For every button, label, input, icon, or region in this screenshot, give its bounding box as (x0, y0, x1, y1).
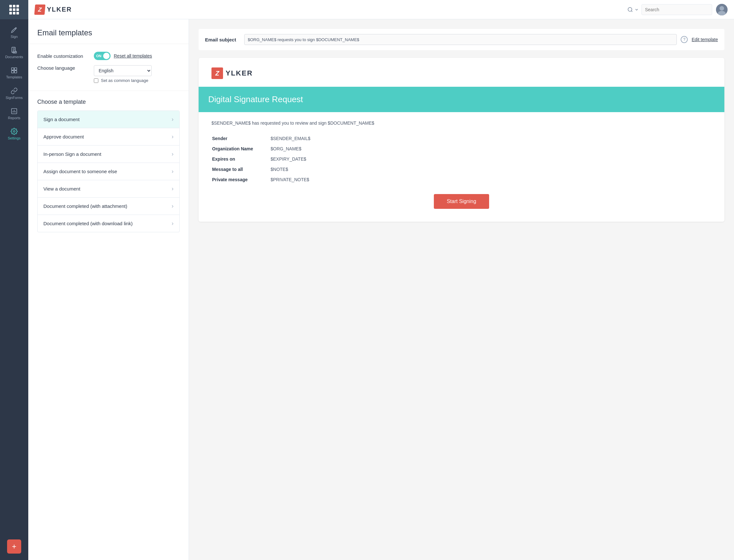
chevron-right-icon: › (172, 133, 174, 140)
sidebar-item-templates[interactable]: Templates (0, 62, 28, 83)
table-row: Private message $PRIVATE_NOTE$ (212, 175, 711, 184)
choose-template-title: Choose a template (37, 99, 180, 105)
customization-toggle[interactable]: ON (94, 52, 111, 60)
sidebar-item-reports[interactable]: Reports (0, 103, 28, 123)
logo-z-letter: Z (34, 4, 46, 15)
apps-grid-button[interactable] (0, 0, 28, 19)
language-options: English Spanish French German Set as com… (94, 65, 152, 83)
common-language-checkbox-label: Set as common language (94, 78, 152, 83)
template-item-approve-document[interactable]: Approve document › (38, 128, 179, 146)
toggle-state-label: ON (96, 54, 102, 58)
chevron-right-icon: › (172, 185, 174, 192)
template-item-assign-document[interactable]: Assign document to someone else › (38, 163, 179, 180)
enable-customization-label: Enable customization (37, 53, 89, 59)
sidebar-item-signforms[interactable]: SignForms (0, 83, 28, 103)
logo-text: YLKER (47, 6, 72, 13)
svg-rect-5 (12, 71, 14, 73)
field-label-message-to-all: Message to all (212, 164, 270, 174)
table-row: Message to all $NOTE$ (212, 164, 711, 174)
svg-rect-2 (13, 51, 16, 53)
svg-rect-3 (12, 68, 14, 70)
field-value-sender: $SENDER_EMAIL$ (271, 134, 711, 143)
field-value-message-to-all: $NOTE$ (271, 164, 711, 174)
field-label-private-message: Private message (212, 175, 270, 184)
fab-icon: + (12, 542, 16, 551)
field-value-org-name: $ORG_NAME$ (271, 144, 711, 154)
template-item-view-document[interactable]: View a document › (38, 180, 179, 198)
template-list: Sign a document › Approve document › In-… (37, 111, 180, 232)
template-item-completed-attachment[interactable]: Document completed (with attachment) › (38, 198, 179, 215)
enable-customization-row: Enable customization ON Reset all templa… (37, 52, 180, 60)
svg-point-9 (628, 7, 632, 11)
table-row: Organization Name $ORG_NAME$ (212, 144, 711, 154)
template-item-completed-download[interactable]: Document completed (with download link) … (38, 215, 179, 232)
sidebar-item-documents[interactable]: Documents (0, 42, 28, 62)
reports-icon (11, 108, 18, 115)
signforms-icon (11, 87, 18, 94)
settings-icon (11, 128, 18, 135)
svg-rect-6 (14, 71, 17, 73)
field-label-org-name: Organization Name (212, 144, 270, 154)
template-item-completed-attachment-label: Document completed (with attachment) (43, 203, 127, 209)
common-language-label-text: Set as common language (101, 78, 148, 83)
search-icon-area (627, 7, 639, 13)
field-label-expires-on: Expires on (212, 154, 270, 164)
fab-button[interactable]: + (7, 539, 21, 554)
template-item-approve-document-label: Approve document (43, 134, 84, 139)
email-preview: Z YLKER Digital Signature Request $SENDE… (199, 58, 724, 222)
documents-icon (11, 47, 18, 54)
logo: Z YLKER (35, 4, 72, 15)
email-subject-row: Email subject ? Edit template (199, 29, 724, 50)
sidebar-item-settings-label: Settings (8, 136, 21, 140)
sidebar-item-templates-label: Templates (6, 75, 22, 79)
template-item-completed-download-label: Document completed (with download link) (43, 221, 133, 226)
search-icon[interactable] (627, 7, 633, 13)
template-item-inperson-sign[interactable]: In-person Sign a document › (38, 146, 179, 163)
grid-icon (9, 5, 19, 14)
page-title: Email templates (28, 19, 189, 44)
left-panel: Email templates Enable customization ON … (28, 19, 189, 560)
language-select[interactable]: English Spanish French German (94, 65, 152, 76)
chevron-right-icon: › (172, 220, 174, 227)
template-item-assign-document-label: Assign document to someone else (43, 169, 117, 174)
preview-header: Digital Signature Request (199, 87, 724, 112)
sidebar-nav: Sign Documents Templates SignForms Repor… (0, 19, 28, 539)
chevron-down-icon[interactable] (634, 7, 639, 12)
reset-templates-button[interactable]: Reset all templates (114, 53, 152, 58)
choose-language-label: Choose language (37, 65, 89, 71)
field-value-expires-on: $EXPIRY_DATE$ (271, 154, 711, 164)
start-signing-button[interactable]: Start Signing (434, 194, 489, 209)
search-input[interactable] (641, 4, 712, 15)
sidebar-item-sign-label: Sign (11, 35, 18, 39)
chevron-right-icon: › (172, 151, 174, 157)
template-item-sign-document-label: Sign a document (43, 117, 80, 122)
toggle-knob (103, 53, 110, 59)
template-item-sign-document[interactable]: Sign a document › (38, 111, 179, 128)
content: Email templates Enable customization ON … (28, 19, 734, 560)
field-value-private-message: $PRIVATE_NOTE$ (271, 175, 711, 184)
sidebar-item-signforms-label: SignForms (5, 96, 22, 100)
svg-rect-1 (12, 47, 15, 53)
edit-template-button[interactable]: Edit template (692, 37, 718, 42)
preview-button-row: Start Signing (211, 194, 712, 212)
right-panel: Email subject ? Edit template Z YLKER Di… (189, 19, 734, 560)
sidebar-item-settings[interactable]: Settings (0, 123, 28, 144)
common-language-checkbox[interactable] (94, 78, 98, 83)
language-row: Choose language English Spanish French G… (37, 65, 180, 83)
table-row: Expires on $EXPIRY_DATE$ (212, 154, 711, 164)
preview-intro-text: $SENDER_NAME$ has requested you to revie… (211, 120, 712, 127)
sidebar: Sign Documents Templates SignForms Repor… (0, 0, 28, 560)
search-area (627, 4, 712, 15)
field-label-sender: Sender (212, 134, 270, 143)
sidebar-item-reports-label: Reports (8, 116, 21, 120)
avatar (716, 4, 728, 15)
help-icon[interactable]: ? (681, 36, 688, 43)
preview-fields-table: Sender $SENDER_EMAIL$ Organization Name … (211, 133, 712, 185)
template-section: Choose a template Sign a document › Appr… (28, 91, 189, 240)
sign-icon (11, 26, 18, 33)
main-area: Z YLKER Email templates Enable customiza… (28, 0, 734, 560)
chevron-right-icon: › (172, 116, 174, 123)
chevron-right-icon: › (172, 203, 174, 209)
email-subject-input[interactable] (244, 34, 677, 45)
sidebar-item-sign[interactable]: Sign (0, 22, 28, 42)
